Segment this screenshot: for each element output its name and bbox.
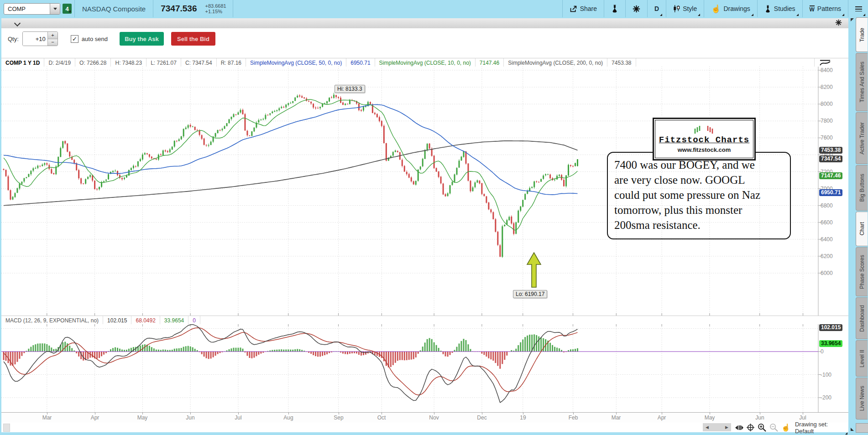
macd-header-cell: MACD (12, 26, 9, EXPONENTIAL, no) <box>1 316 103 325</box>
time-axis-label: May <box>132 414 152 421</box>
divider <box>802 0 803 17</box>
order-entry-collapse-bar[interactable] <box>1 18 848 29</box>
chevron-down-icon[interactable] <box>14 20 21 26</box>
time-axis-label: Jul <box>793 414 813 421</box>
order-entry-row: Qty: + − ✓ auto send Buy the Ask Sell th… <box>1 28 848 49</box>
drawings-button[interactable]: ☝ Drawings <box>707 0 754 17</box>
macd-pane[interactable]: 0-100-200102.01533.9654 <box>1 324 848 412</box>
macd-header-cell: 0 <box>188 316 200 325</box>
time-axis-label: Apr <box>85 414 105 421</box>
logo-candles-icon <box>691 125 717 134</box>
chart-menu-button[interactable] <box>851 0 866 17</box>
qty-increment-button[interactable]: + <box>48 32 58 39</box>
gear-icon <box>633 5 640 13</box>
curve-icon <box>819 59 831 66</box>
order-settings-gear[interactable] <box>835 19 842 28</box>
divider <box>625 0 626 17</box>
sidebar-tab-chart[interactable]: Chart <box>856 212 868 246</box>
macd-header-cell: 102.015 <box>103 316 131 325</box>
low-marker-label: Lo: 6190.17 <box>513 290 547 298</box>
price-axis-label: 7800 <box>821 118 833 124</box>
buy-the-ask-button[interactable]: Buy the Ask <box>120 32 164 46</box>
sidebar-tab-live-news[interactable]: Live News <box>856 378 868 419</box>
logo-url: www.fitzstock.com <box>678 146 731 153</box>
divider <box>233 0 233 17</box>
divider <box>604 0 604 17</box>
price-header-cell: SimpleMovingAvg (CLOSE, 50, 0, no) <box>246 58 346 67</box>
macd-axis-label: -200 <box>821 394 831 401</box>
time-axis-label: Sep <box>329 414 349 421</box>
price-chart-header: COMP 1 Y 1DD: 2/4/19O: 7266.28H: 7348.23… <box>1 58 848 67</box>
price-axis-label: 6600 <box>821 219 833 226</box>
time-axis-label: Mar <box>37 414 57 421</box>
price-header-cell: SimpleMovingAvg (CLOSE, 200, 0, no) <box>504 58 607 67</box>
zoom-in-button[interactable] <box>758 423 766 432</box>
divider <box>757 0 758 17</box>
time-axis-label: Apr <box>652 414 672 421</box>
panel-resize-handle[interactable] <box>851 18 854 21</box>
sidebar-tab-big-buttons[interactable]: Big Buttons <box>856 165 868 211</box>
price-change: +83.6681 +1.15% <box>201 3 230 14</box>
symbol-description: NASDAQ Composite <box>78 5 150 13</box>
studies-button[interactable]: Studies <box>760 0 800 17</box>
gear-icon <box>835 19 842 26</box>
auto-send-checkbox[interactable]: ✓ <box>71 35 78 43</box>
up-arrow-drawing[interactable] <box>526 252 543 288</box>
sidebar-tab-times-and-sales[interactable]: Times And Sales <box>856 53 868 111</box>
onDemand-button[interactable] <box>607 0 622 17</box>
share-button[interactable]: Share <box>565 0 601 17</box>
sidebar-tab-trade[interactable]: Trade <box>856 17 868 52</box>
chart-settings-button[interactable] <box>628 0 644 17</box>
panel-resize-handle[interactable] <box>851 428 854 431</box>
sidebar-tab-label: Phase Scores <box>859 255 865 289</box>
high-marker-label: Hi: 8133.3 <box>335 85 365 93</box>
macd-axis-badge: 33.9654 <box>819 340 842 347</box>
pan-tool-button[interactable] <box>735 425 743 431</box>
sidebar-tab-label: Live News <box>859 386 865 411</box>
chart-bottom-toolbar: ◀▶ ☝ Drawing set: Default <box>1 423 848 432</box>
time-axis-label: May <box>700 414 720 421</box>
price-chart-pane[interactable]: 8400820080007800760074007200700068006600… <box>1 67 848 316</box>
horizontal-scrollbar[interactable]: ◀▶ <box>703 423 731 431</box>
time-axis-label: Aug <box>278 414 298 421</box>
symbol-dropdown-button[interactable] <box>50 4 60 14</box>
corner-triangle-icon <box>698 14 700 16</box>
sidebar-tab-level-ii[interactable]: Level II <box>856 340 868 377</box>
scroll-left-icon[interactable]: ◀ <box>706 425 709 430</box>
price-header-cell: C: 7347.54 <box>181 58 217 67</box>
price-header-cell: L: 7261.07 <box>146 58 181 67</box>
patterns-button[interactable]: W Patterns <box>805 0 845 17</box>
sidebar-tab-label: Times And Sales <box>859 62 865 103</box>
price-axis-label: 7600 <box>821 135 833 141</box>
qty-input[interactable] <box>23 32 47 46</box>
chart-mode-toggle[interactable] <box>814 58 836 67</box>
sell-the-bid-button[interactable]: Sell the Bid <box>171 32 215 46</box>
macd-axis-label: -100 <box>821 372 831 378</box>
symbol-input[interactable]: COMP <box>4 3 60 15</box>
timeframe-button[interactable]: D <box>650 0 663 17</box>
list-menu-icon <box>855 6 862 11</box>
scrollbar-stub[interactable] <box>3 424 10 432</box>
hand-tool-button[interactable]: ☝ <box>781 423 790 432</box>
zoom-in-icon <box>758 423 766 432</box>
qty-decrement-button[interactable]: − <box>48 39 58 46</box>
zoom-out-button[interactable] <box>769 423 778 432</box>
watchlist-count-badge[interactable]: 4 <box>63 4 72 14</box>
divider <box>153 0 153 17</box>
price-axis-label: 6200 <box>821 253 833 259</box>
pan-icon <box>735 425 743 431</box>
price-header-cell: R: 87.16 <box>217 58 246 67</box>
hand-icon: ☝ <box>711 4 721 14</box>
quantity-stepper[interactable]: + − <box>22 31 58 46</box>
sidebar-tab-active-trader[interactable]: Active Trader <box>856 112 868 164</box>
crosshair-tool-button[interactable] <box>747 424 754 431</box>
sidebar-tab-dashboard[interactable]: Dashboard <box>856 297 868 339</box>
style-button[interactable]: Style <box>669 0 701 17</box>
note-text-drawing[interactable]: 7400 was our BOGEY, and weare very close… <box>607 152 791 239</box>
fitzstock-logo-drawing[interactable]: Fitzstock Charts www.fitzstock.com <box>653 118 756 161</box>
price-axis-badge: 7453.38 <box>819 147 842 154</box>
sidebar-tab-phase-scores[interactable]: Phase Scores <box>856 247 868 296</box>
scroll-right-icon[interactable]: ▶ <box>725 425 728 430</box>
corner-triangle-icon <box>796 14 799 16</box>
drawing-set-selector[interactable]: Drawing set: Default <box>795 421 848 435</box>
